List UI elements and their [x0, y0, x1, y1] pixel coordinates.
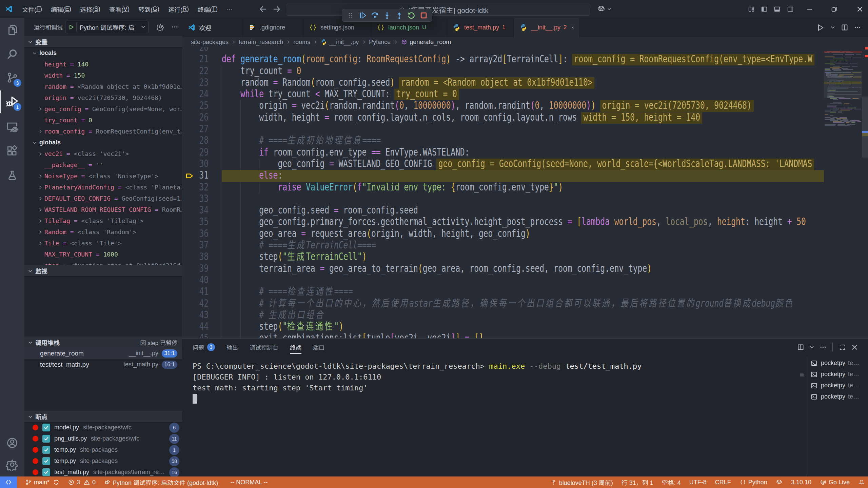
breakpoint-checkbox[interactable] [42, 468, 50, 476]
variable-row[interactable]: PlanetaryWindConfig = <class 'Planeta… [24, 182, 182, 193]
code-line-45[interactable]: 45 exit_combinations:list[tuple[vec2i, v… [182, 333, 824, 338]
status-python-version[interactable]: 3.10.10 [791, 479, 811, 486]
panel-close-button[interactable] [848, 340, 861, 354]
menu-run[interactable]: 运行(R) [164, 0, 193, 18]
section-header-breakpoints[interactable]: 断点 [24, 411, 182, 422]
variable-row[interactable]: origin = vec2i(7205730, 9024468) [24, 92, 182, 103]
chevron-down-button[interactable] [807, 340, 817, 354]
run-python-file-button[interactable] [813, 21, 827, 34]
status-cursor-position[interactable]: 行 31，列 1 [622, 478, 653, 487]
breadcrumb-terrain_research[interactable]: terrain_research [239, 39, 283, 46]
step-out-button[interactable] [393, 9, 406, 21]
status-eol[interactable]: CRLF [715, 479, 731, 486]
breakpoint-row[interactable]: temp.pysite-packages1 [24, 444, 182, 455]
split-terminal-button[interactable] [794, 340, 807, 354]
breakpoint-row[interactable]: model.pysite-packages\wfc6 [24, 422, 182, 433]
toggle-secondary-sidebar-button[interactable] [787, 5, 794, 13]
step-into-button[interactable] [381, 9, 393, 21]
continue-button[interactable] [356, 9, 369, 21]
status-language[interactable]: Python [739, 479, 767, 486]
toggle-sidebar-button[interactable] [761, 5, 768, 13]
breakpoint-row[interactable]: png_utils.pysite-packages\wfc11 [24, 433, 182, 444]
section-header-callstack[interactable]: 调用堆栈因 step 已暂停 [24, 337, 182, 348]
split-editor-button[interactable] [838, 21, 851, 34]
minimap[interactable] [824, 47, 862, 338]
stop-button[interactable] [418, 9, 430, 21]
breakpoint-checkbox[interactable] [42, 457, 50, 465]
variable-row[interactable]: random = <Random object at 0x1bf9d01e… [24, 81, 182, 92]
status-notifications[interactable] [858, 479, 865, 486]
variable-row[interactable]: step = <function step at 0x1bf9cd216d [24, 260, 182, 265]
nav-back-icon[interactable] [258, 4, 268, 14]
tab-test_math.py[interactable]: test_math.py1 [447, 18, 514, 37]
variable-row[interactable]: MAX_TRY_COUNT = 1000 [24, 249, 182, 260]
breakpoint-checkbox[interactable] [42, 424, 50, 431]
tab-__init__.py[interactable]: __init__.py2 [514, 18, 580, 37]
restart-button[interactable] [406, 9, 418, 21]
variable-row[interactable]: height = 140 [24, 59, 182, 70]
menu-go[interactable]: 转到(G) [134, 0, 164, 18]
tab-close-icon[interactable] [571, 24, 574, 31]
variable-row[interactable]: Random = <class 'Random'> [24, 226, 182, 238]
status-gitlens[interactable]: blueloveTH (3 周前) [550, 478, 613, 487]
terminal-list-item[interactable]: pocketpyte… [810, 391, 868, 402]
activity-search[interactable] [0, 42, 24, 66]
panel-tab-调试控制台[interactable]: 调试控制台 [250, 339, 278, 355]
breadcrumb-Pylance[interactable]: Pylance [369, 39, 391, 46]
activity-explorer[interactable] [0, 18, 24, 42]
window-minimize-button[interactable] [802, 0, 817, 18]
variable-row[interactable]: TileTag = <class 'TileTag'> [24, 215, 182, 226]
code-line-39[interactable]: 39 terrain_area = geo_area_to_terrain(ge… [182, 263, 824, 275]
variable-row[interactable]: try_count = 0 [24, 115, 182, 126]
panel-tab-问题[interactable]: 问题3 [193, 339, 215, 355]
breakpoint-row[interactable]: test_math.pysite-packages\terrain_resear… [24, 467, 182, 476]
stack-frame-row[interactable]: test/test_math.pytest_math.py16:1 [24, 359, 182, 370]
overview-ruler[interactable] [862, 47, 868, 338]
scope-row-globals[interactable]: globals [24, 137, 182, 148]
menu-file[interactable]: 文件(F) [18, 0, 46, 18]
status-vim-mode[interactable]: -- NORMAL -- [230, 479, 268, 486]
ellipsis-button[interactable] [817, 340, 829, 354]
panel-tab-端口[interactable]: 端口 [313, 339, 324, 355]
status-go-live[interactable]: Go Live [820, 479, 850, 486]
code-editor[interactable]: 2021def generate_room(room_config: RoomR… [182, 47, 824, 338]
activity-source-control[interactable]: 3 [0, 65, 24, 90]
breakpoint-checkbox[interactable] [42, 435, 50, 443]
breadcrumb-rooms[interactable]: rooms [293, 39, 310, 46]
activity-settings[interactable] [0, 452, 24, 477]
variable-row[interactable]: geo_config = GeoConfig(seed=None, wor… [24, 103, 182, 115]
toggle-panel-button[interactable] [773, 5, 781, 13]
breadcrumb-__init__.py[interactable]: __init__.py [320, 39, 359, 46]
menu-view[interactable]: 查看(V) [105, 0, 134, 18]
variable-row[interactable]: room_config = RoomRequestConfig(env_t… [24, 126, 182, 137]
stack-frame-row[interactable]: generate_room__init__.py31:1 [24, 348, 182, 359]
tab-.gdignore[interactable]: .gdignore [243, 18, 303, 37]
breadcrumb-generate_room[interactable]: generate_room [401, 39, 451, 46]
breakpoint-row[interactable]: temp.pysite-packages58 [24, 455, 182, 467]
step-over-button[interactable] [369, 9, 381, 21]
terminal-list-item[interactable]: pocketpyte… [810, 380, 868, 391]
command-center-search[interactable]: [拓展开发宿主] godot-ldtk [286, 4, 590, 16]
status-debug-session[interactable]: Python 调试程序: 启动文件 (godot-ldtk) [104, 478, 218, 487]
scope-row-locals[interactable]: locals [24, 47, 182, 59]
variable-row[interactable]: DEFAULT_GEO_CONFIG = GeoConfig(seed=1… [24, 193, 182, 204]
variable-row[interactable]: Tile = <class 'Tile'> [24, 238, 182, 249]
menu-selection[interactable]: 选择(S) [76, 0, 105, 18]
activity-accounts[interactable] [0, 431, 24, 455]
variable-row[interactable]: __package__ = '' [24, 159, 182, 170]
status-indentation[interactable]: 空格: 4 [662, 478, 681, 487]
menu-edit[interactable]: 编辑(E) [46, 0, 76, 18]
variable-row[interactable]: WASTELAND_ROOM_REQUEST_CONFIG = RoomR… [24, 204, 182, 215]
menu-terminal[interactable]: 终端(T) [193, 0, 222, 18]
panel-tab-输出[interactable]: 输出 [226, 339, 238, 355]
section-header-watch[interactable]: 监视 [24, 265, 182, 277]
maximize-panel-button[interactable] [836, 340, 848, 354]
nav-forward-icon[interactable] [272, 4, 281, 14]
window-close-button[interactable] [852, 0, 868, 18]
breakpoint-checkbox[interactable] [42, 446, 50, 454]
breadcrumb-sitepackages[interactable]: site-packages [191, 39, 229, 46]
customize-layout-button[interactable] [748, 5, 755, 13]
status-remote[interactable] [0, 476, 17, 488]
variable-row[interactable]: width = 150 [24, 70, 182, 81]
terminal-output[interactable]: PS C:\computer_science\godot-ldtk\site-p… [193, 361, 800, 393]
